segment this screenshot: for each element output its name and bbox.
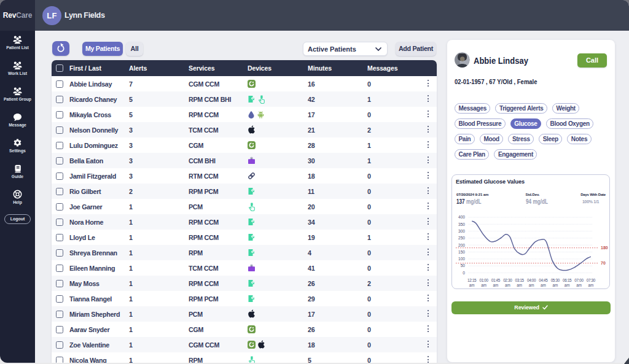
svg-text:am: am (576, 283, 582, 287)
svg-text:am: am (517, 283, 522, 287)
svg-text:am: am (565, 283, 570, 287)
svg-text:01:00: 01:00 (479, 278, 488, 282)
svg-text:am: am (493, 283, 499, 287)
svg-text:06:15: 06:15 (563, 278, 572, 282)
svg-text:04:00: 04:00 (527, 278, 536, 282)
svg-text:02:30: 02:30 (503, 278, 512, 282)
svg-text:12:15: 12:15 (467, 278, 477, 282)
svg-text:am: am (552, 283, 558, 287)
svg-text:0: 0 (463, 271, 465, 275)
svg-text:01:45: 01:45 (491, 278, 501, 282)
svg-text:180: 180 (601, 246, 608, 250)
svg-text:am: am (529, 283, 534, 287)
svg-text:04:45: 04:45 (539, 278, 548, 282)
svg-text:07:00: 07:00 (574, 278, 584, 282)
svg-text:70: 70 (601, 261, 606, 265)
svg-text:400: 400 (458, 215, 465, 219)
svg-text:05:30: 05:30 (551, 278, 560, 282)
svg-text:am: am (588, 283, 594, 287)
svg-text:200: 200 (458, 243, 465, 247)
svg-text:100: 100 (458, 257, 465, 261)
svg-text:50: 50 (461, 263, 466, 268)
svg-text:07:30: 07:30 (587, 278, 596, 282)
svg-text:150: 150 (458, 250, 465, 254)
svg-text:am: am (541, 283, 546, 287)
svg-text:250: 250 (458, 236, 465, 240)
svg-text:am: am (505, 283, 510, 287)
svg-text:am: am (469, 283, 475, 287)
svg-text:03:15: 03:15 (515, 278, 525, 282)
svg-text:300: 300 (458, 229, 465, 233)
svg-text:am: am (481, 283, 486, 287)
svg-text:350: 350 (458, 222, 465, 227)
